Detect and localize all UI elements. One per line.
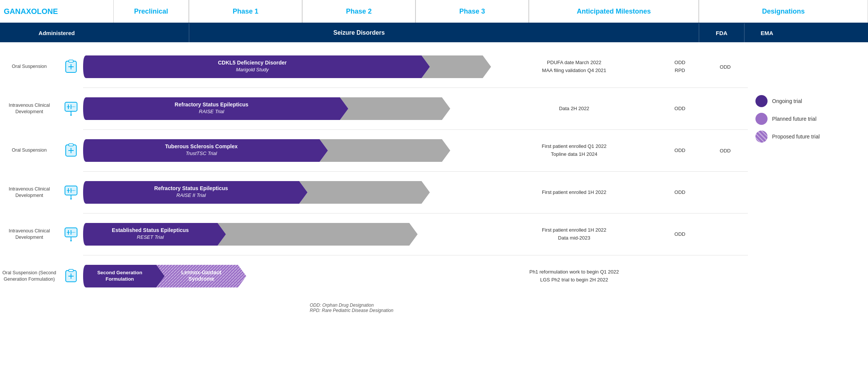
fda-trial4: ODD [657,189,703,197]
ongoing-label: Ongoing trial [772,98,802,104]
phase3-label: Phase 3 [459,8,485,15]
planned-label: Planned future trial [772,116,817,122]
fda-trial2: ODD [657,105,703,113]
content-wrapper: Oral Suspension CDKL5 Deficiency Disorde… [0,42,868,301]
milestone-trial1: PDUFA date March 2022MAA filing validati… [491,59,657,75]
proposed-circle [755,131,768,143]
trial-label-trial4: Intravenous Clinical Development [0,186,59,199]
subheader-milestones-empty [529,23,699,42]
milestone-trial2: Data 2H 2022 [491,105,657,113]
svg-text:RAISE II Trial: RAISE II Trial [176,192,206,198]
ganaxolone-label: GANAXOLONE [4,7,58,16]
pipeline-bar-trial5: Established Status EpilepticusRESET Tria… [83,219,491,249]
svg-text:CDKL5 Deficiency Disorder: CDKL5 Deficiency Disorder [218,60,287,66]
trial-row-trial6: Oral Suspension (Second Generation Formu… [0,255,748,297]
trial-label-trial1: Oral Suspension [0,63,59,70]
subheader-seizure: Seizure Disorders [189,23,529,42]
svg-text:Refractory Status Epilepticus: Refractory Status Epilepticus [175,101,248,108]
fda-trial5: ODD [657,230,703,238]
preclinical-label: Preclinical [134,8,168,15]
svg-text:Second Generation: Second Generation [97,270,142,275]
header-row: GANAXOLONE Preclinical Phase 1 Phase 2 P… [0,0,868,23]
legend-item-ongoing: Ongoing trial [755,95,868,107]
svg-rect-40 [69,269,73,272]
ema-label: EMA [761,30,773,36]
svg-text:Refractory Status Epilepticus: Refractory Status Epilepticus [154,185,228,191]
ema-trial1: ODD [703,64,748,70]
trial-icon-trial1 [59,60,83,74]
svg-text:Tuberous Sclerosis Complex: Tuberous Sclerosis Complex [165,143,238,149]
trial-icon-trial3 [59,143,83,158]
ema-trial3: ODD [703,148,748,154]
planned-circle [755,113,768,125]
fda-trial3: ODD [657,147,703,155]
subheader-ema: EMA [744,23,789,42]
svg-point-11 [70,114,72,116]
main-container: GANAXOLONE Preclinical Phase 1 Phase 2 P… [0,0,868,315]
phase1-label: Phase 1 [233,8,258,15]
milestone-trial6: Ph1 reformulation work to begin Q1 2022L… [491,268,657,284]
svg-text:Formulation: Formulation [105,276,134,282]
svg-text:RESET Trial: RESET Trial [137,234,164,240]
header-phase1: Phase 1 [189,0,302,23]
pipeline-bar-trial1: CDKL5 Deficiency DisorderMarigold Study [83,52,491,82]
milestone-trial5: First patient enrolled 1H 2022Data mid-2… [491,226,657,242]
header-milestones: Anticipated Milestones [529,0,699,23]
milestones-label: Anticipated Milestones [577,8,651,15]
subheader-preclinical-empty [113,23,189,42]
phase2-label: Phase 2 [346,8,372,15]
trial-row-trial2: Intravenous Clinical Development Refract… [0,88,748,129]
trial-icon-trial6 [59,269,83,283]
trial-icon-trial4 [59,185,83,200]
svg-text:Established Status Epilepticus: Established Status Epilepticus [112,227,189,233]
pipeline-bar-trial4: Refractory Status EpilepticusRAISE II Tr… [83,177,491,207]
svg-rect-2 [69,60,73,62]
trial-label-trial5: Intravenous Clinical Development [0,228,59,241]
trial-row-trial5: Intravenous Clinical Development Establi… [0,214,748,255]
header-phase2: Phase 2 [302,0,415,23]
svg-text:RAISE Trial: RAISE Trial [199,109,225,114]
trials-container: Oral Suspension CDKL5 Deficiency Disorde… [0,46,748,297]
pipeline-bar-trial2: Refractory Status EpilepticusRAISE Trial [83,94,491,124]
trial-label-trial3: Oral Suspension [0,147,59,154]
trial-icon-trial2 [59,101,83,116]
subheader-fda: FDA [699,23,744,42]
trial-row-trial4: Intravenous Clinical Development Refract… [0,172,748,213]
footnote-area: ODD: Orphan Drug Designation RPD: Rare P… [302,301,868,315]
legend-item-proposed: Proposed future trial [755,131,868,143]
trial-label-trial6: Oral Suspension (Second Generation Formu… [0,270,59,283]
fda-trial1: ODDRPD [657,59,703,75]
seizure-label: Seizure Disorders [333,29,385,36]
header-ganaxolone: GANAXOLONE [0,0,113,23]
milestone-trial3: First patient enrolled Q1 2022Topline da… [491,143,657,158]
header-phase3: Phase 3 [415,0,529,23]
legend-area: Ongoing trial Planned future trial Propo… [748,46,868,297]
footnote-line2: RPD: Rare Pediatric Disease Designation [310,308,860,313]
subheader-row: Administered Seizure Disorders FDA EMA [0,23,868,42]
pipeline-bar-trial3: Tuberous Sclerosis ComplexTrustTSC Trial [83,135,491,166]
proposed-label: Proposed future trial [772,134,820,140]
svg-rect-17 [69,144,73,146]
svg-text:Marigold Study: Marigold Study [236,67,269,72]
subheader-administered: Administered [0,23,113,42]
trial-label-trial2: Intravenous Clinical Development [0,102,59,115]
svg-text:Lennox-Gastaut: Lennox-Gastaut [181,269,222,275]
svg-text:TrustTSC Trial: TrustTSC Trial [186,151,218,156]
designations-label: Designations [762,8,805,15]
ongoing-circle [755,95,768,107]
subheader-legend-empty [789,23,868,42]
legend-item-planned: Planned future trial [755,113,868,125]
pipeline-area: Oral Suspension CDKL5 Deficiency Disorde… [0,46,748,297]
header-designations: Designations [699,0,868,23]
trial-icon-trial5 [59,227,83,241]
administered-label: Administered [39,30,75,36]
pipeline-bar-trial6: Second GenerationFormulationLennox-Gasta… [83,261,491,291]
milestone-trial4: First patient enrolled 1H 2022 [491,189,657,197]
trial-row-trial1: Oral Suspension CDKL5 Deficiency Disorde… [0,46,748,88]
svg-point-34 [70,240,72,241]
svg-point-26 [70,198,72,200]
svg-text:Syndrome: Syndrome [188,276,215,282]
footnote-line1: ODD: Orphan Drug Designation [310,303,860,308]
header-preclinical: Preclinical [113,0,189,23]
fda-label: FDA [716,30,727,36]
